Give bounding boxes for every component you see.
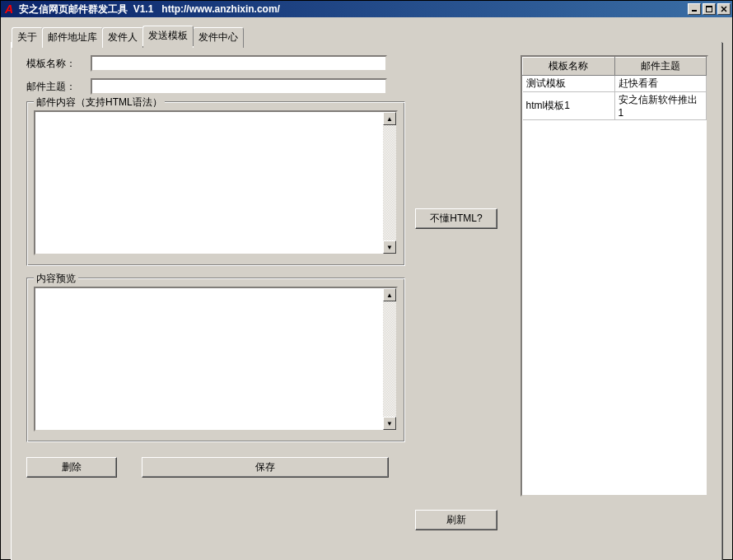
- template-name-input[interactable]: [91, 55, 387, 72]
- mail-subject-label: 邮件主题：: [26, 80, 91, 94]
- content-fieldset: 邮件内容（支持HTML语法） ▲ ▼: [26, 101, 405, 266]
- template-name-label: 模板名称：: [26, 57, 91, 71]
- client-area: 关于 邮件地址库 发件人 发送模板 发件中心 模板名称： 邮件主题：: [1, 17, 732, 559]
- minimize-button[interactable]: [688, 3, 701, 15]
- mail-content-textarea[interactable]: [35, 112, 383, 254]
- scroll-up-icon[interactable]: ▲: [383, 288, 396, 301]
- scroll-track[interactable]: [383, 125, 396, 240]
- table-header-name[interactable]: 模板名称: [523, 58, 615, 76]
- preview-fieldset: 内容预览 ▲ ▼: [26, 278, 405, 442]
- refresh-button[interactable]: 刷新: [415, 510, 497, 530]
- html-help-button[interactable]: 不懂HTML?: [415, 208, 497, 229]
- preview-textarea[interactable]: [35, 288, 383, 430]
- close-button[interactable]: [717, 3, 731, 15]
- template-table[interactable]: 模板名称 邮件主题 测试模板 赶快看看 html模板1: [522, 57, 707, 120]
- tab-content: 模板名称： 邮件主题： 邮件内容（支持HTML语法） ▲: [12, 42, 721, 560]
- tab-send-template[interactable]: 发送模板: [142, 26, 194, 46]
- scroll-down-icon[interactable]: ▼: [383, 240, 396, 254]
- scroll-down-icon[interactable]: ▼: [383, 417, 396, 430]
- table-row[interactable]: html模板1 安之信新软件推出1: [523, 92, 707, 120]
- left-column: 模板名称： 邮件主题： 邮件内容（支持HTML语法） ▲: [26, 55, 405, 478]
- app-window: A 安之信网页邮件群发工具 V1.1 http://www.anzhixin.c…: [0, 0, 733, 560]
- window-controls: [688, 3, 731, 15]
- template-table-wrap: 模板名称 邮件主题 测试模板 赶快看看 html模板1: [521, 55, 708, 497]
- maximize-button[interactable]: [703, 3, 716, 15]
- scroll-track[interactable]: [383, 301, 396, 417]
- preview-fieldset-legend: 内容预览: [34, 272, 78, 286]
- save-button[interactable]: 保存: [142, 457, 389, 478]
- right-column: 模板名称 邮件主题 测试模板 赶快看看 html模板1: [521, 55, 708, 497]
- window-title: 安之信网页邮件群发工具 V1.1 http://www.anzhixin.com…: [19, 2, 688, 16]
- scroll-up-icon[interactable]: ▲: [383, 112, 396, 125]
- content-fieldset-legend: 邮件内容（支持HTML语法）: [34, 96, 165, 110]
- delete-button[interactable]: 删除: [26, 457, 117, 478]
- mail-subject-input[interactable]: [91, 78, 387, 95]
- tab-panel: 关于 邮件地址库 发件人 发送模板 发件中心 模板名称： 邮件主题：: [11, 42, 722, 560]
- app-icon: A: [2, 2, 16, 16]
- content-scrollbar[interactable]: ▲ ▼: [383, 112, 396, 254]
- titlebar[interactable]: A 安之信网页邮件群发工具 V1.1 http://www.anzhixin.c…: [1, 1, 732, 17]
- table-header-subject[interactable]: 邮件主题: [614, 58, 707, 76]
- preview-scrollbar[interactable]: ▲ ▼: [383, 288, 396, 430]
- table-row[interactable]: 测试模板 赶快看看: [523, 76, 707, 92]
